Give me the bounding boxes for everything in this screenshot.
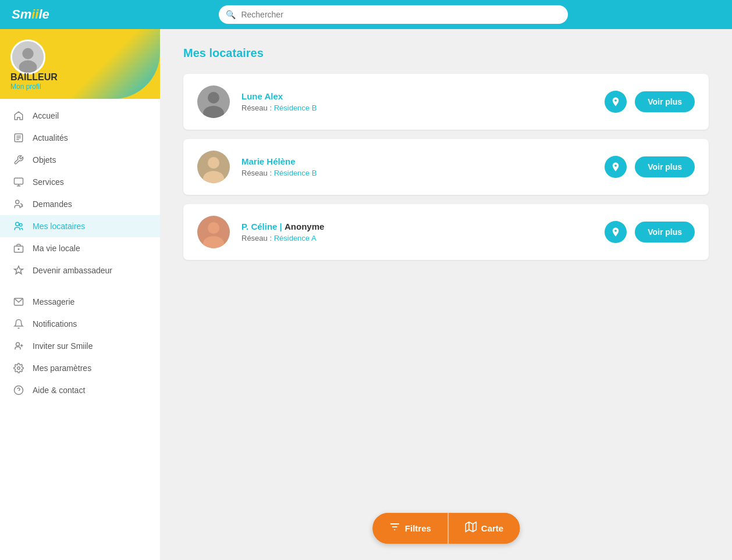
avatar: [10, 40, 45, 74]
sidebar-item-label: Messagerie: [33, 297, 74, 306]
sidebar-item-notifications[interactable]: Notifications: [0, 313, 160, 335]
services-icon: [12, 177, 26, 187]
voir-plus-button-3[interactable]: Voir plus: [635, 222, 695, 242]
location-button-2[interactable]: [605, 156, 627, 178]
tenants-icon: [12, 221, 26, 231]
carte-icon: [465, 521, 477, 536]
tenant-network-2: Réseau : Résidence B: [241, 169, 605, 177]
sidebar-item-label: Notifications: [33, 319, 77, 329]
search-icon: 🔍: [226, 10, 236, 19]
sidebar-item-label: Services: [33, 177, 64, 187]
location-button-1[interactable]: [605, 91, 627, 113]
tenant-info-2: Marie Hélène Réseau : Résidence B: [241, 156, 605, 177]
ambassador-icon: [12, 265, 26, 276]
bottom-bar: Filtres Carte: [372, 513, 520, 544]
sidebar-item-label: Demandes: [33, 199, 72, 209]
tenant-network-link-2[interactable]: Résidence B: [274, 169, 317, 177]
voir-plus-button-1[interactable]: Voir plus: [635, 91, 695, 112]
sidebar-item-ma-vie-locale[interactable]: Ma vie locale: [0, 237, 160, 259]
svg-point-15: [16, 343, 20, 346]
sidebar-item-devenir-ambassadeur[interactable]: Devenir ambassadeur: [0, 259, 160, 281]
sidebar-item-label: Aide & contact: [33, 386, 85, 395]
mail-icon: [12, 297, 26, 307]
topbar: Smiile 🔍: [0, 0, 732, 29]
tenant-avatar-3: [197, 216, 230, 248]
location-button-3[interactable]: [605, 221, 627, 243]
tenant-actions-2: Voir plus: [605, 156, 695, 178]
svg-point-18: [17, 367, 20, 370]
carte-button[interactable]: Carte: [449, 513, 520, 544]
search-input[interactable]: [219, 5, 568, 24]
svg-point-2: [19, 60, 37, 73]
sidebar: BAILLEUR Mon profil Accueil Actualités: [0, 29, 160, 560]
sidebar-item-accueil[interactable]: Accueil: [0, 105, 160, 127]
sidebar-item-label: Devenir ambassadeur: [33, 266, 112, 275]
sidebar-profile: BAILLEUR Mon profil: [0, 29, 160, 99]
filtres-button[interactable]: Filtres: [372, 513, 449, 544]
tenant-actions-1: Voir plus: [605, 91, 695, 113]
tenant-actions-3: Voir plus: [605, 221, 695, 243]
sidebar-item-parametres[interactable]: Mes paramètres: [0, 357, 160, 379]
sidebar-item-demandes[interactable]: Demandes: [0, 193, 160, 215]
sidebar-item-messagerie[interactable]: Messagerie: [0, 291, 160, 313]
sidebar-item-label: Accueil: [33, 111, 59, 120]
bottom-buttons: Filtres Carte: [372, 513, 520, 544]
tenant-card-2: Marie Hélène Réseau : Résidence B Voir p…: [183, 139, 709, 195]
tenant-network-link-3[interactable]: Résidence A: [274, 234, 317, 242]
svg-point-1: [22, 48, 33, 59]
carte-label: Carte: [481, 523, 503, 533]
tenant-network-link-1[interactable]: Résidence B: [274, 104, 317, 112]
voir-plus-button-2[interactable]: Voir plus: [635, 156, 695, 177]
tenant-network-1: Réseau : Résidence B: [241, 104, 605, 112]
tenant-info-1: Lune Alex Réseau : Résidence B: [241, 91, 605, 112]
main-layout: BAILLEUR Mon profil Accueil Actualités: [0, 29, 732, 560]
profile-link[interactable]: Mon profil: [10, 83, 58, 91]
help-icon: [12, 385, 26, 395]
requests-icon: [12, 199, 26, 209]
news-icon: [12, 133, 26, 143]
profile-info: BAILLEUR Mon profil: [10, 72, 58, 91]
svg-rect-7: [15, 178, 23, 184]
sidebar-item-label: Objets: [33, 155, 56, 165]
tenant-name-2: Marie Hélène: [241, 156, 605, 166]
logo: Smiile: [12, 7, 49, 22]
filtres-icon: [389, 521, 400, 536]
filtres-label: Filtres: [405, 523, 431, 533]
sidebar-item-label: Ma vie locale: [33, 244, 80, 253]
home-icon: [12, 110, 26, 121]
svg-point-22: [208, 92, 219, 104]
page-title: Mes locataires: [183, 47, 709, 60]
sidebar-item-label: Mes locataires: [33, 222, 85, 231]
sidebar-item-aide[interactable]: Aide & contact: [0, 379, 160, 401]
sidebar-item-objets[interactable]: Objets: [0, 149, 160, 171]
tenant-name-3: P. Céline | Anonyme: [241, 222, 605, 231]
invite-icon: [12, 341, 26, 351]
sidebar-item-label: Mes paramètres: [33, 363, 91, 373]
tenant-card-3: P. Céline | Anonyme Réseau : Résidence A…: [183, 204, 709, 260]
sidebar-item-services[interactable]: Services: [0, 171, 160, 193]
sidebar-nav: Accueil Actualités Objets Services: [0, 99, 160, 407]
tenant-info-3: P. Céline | Anonyme Réseau : Résidence A: [241, 222, 605, 242]
svg-point-8: [16, 200, 19, 204]
nav-divider: [0, 281, 160, 291]
svg-marker-33: [466, 522, 476, 532]
tenant-name-1: Lune Alex: [241, 91, 605, 101]
search-bar: 🔍: [219, 5, 568, 24]
svg-point-28: [208, 222, 219, 234]
bell-icon: [12, 319, 26, 329]
svg-point-10: [20, 224, 23, 227]
local-life-icon: [12, 243, 26, 254]
sidebar-item-inviter[interactable]: Inviter sur Smiile: [0, 335, 160, 357]
profile-role: BAILLEUR: [10, 72, 58, 83]
sidebar-item-label: Actualités: [33, 133, 68, 142]
tools-icon: [12, 155, 26, 165]
tenant-avatar-2: [197, 151, 230, 183]
sidebar-item-actualites[interactable]: Actualités: [0, 127, 160, 149]
tenant-network-3: Réseau : Résidence A: [241, 234, 605, 242]
sidebar-item-label: Inviter sur Smiile: [33, 341, 93, 351]
sidebar-item-mes-locataires[interactable]: Mes locataires: [0, 215, 160, 237]
svg-point-9: [16, 222, 19, 226]
content: Mes locataires Lune Alex Réseau : Réside…: [160, 29, 732, 560]
tenant-card-1: Lune Alex Réseau : Résidence B Voir plus: [183, 74, 709, 130]
svg-point-25: [208, 157, 219, 169]
